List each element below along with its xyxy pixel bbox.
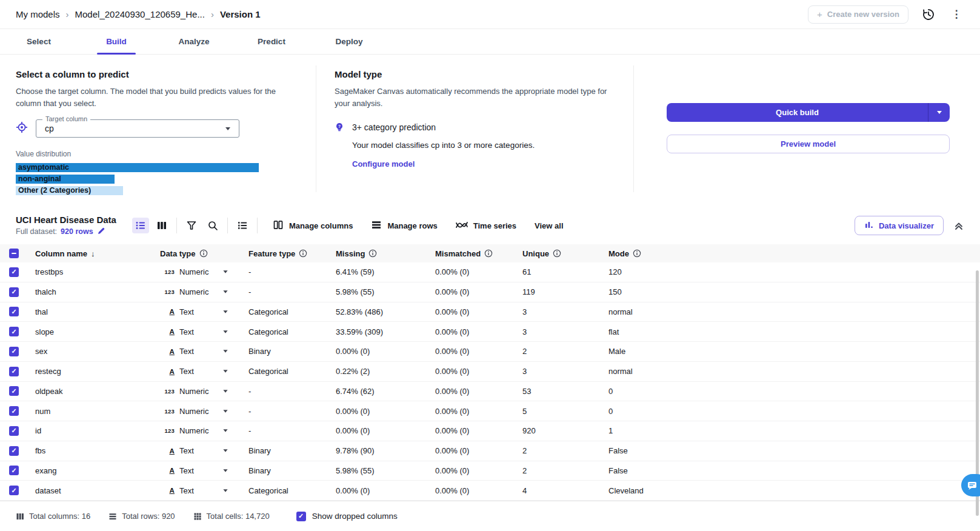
info-icon[interactable] bbox=[553, 249, 561, 258]
unique-cell: 2 bbox=[515, 466, 601, 475]
data-type-label: Numeric bbox=[179, 287, 208, 296]
configure-model-link[interactable]: Configure model bbox=[352, 159, 415, 169]
data-type-cell[interactable]: A Text bbox=[153, 486, 241, 495]
edit-pencil-icon[interactable] bbox=[97, 227, 105, 237]
table-row[interactable]: ✓ dataset A Text Categorical 0.00% (0) 0… bbox=[0, 481, 980, 501]
tab-analyze[interactable]: Analyze bbox=[155, 29, 233, 54]
data-type-cell[interactable]: A Text bbox=[153, 446, 241, 455]
table-row[interactable]: ✓ id 123 Numeric - 0.00% (0) 0.00% (0) 9… bbox=[0, 421, 980, 441]
mismatched-cell: 0.00% (0) bbox=[428, 347, 515, 356]
chevron-down-icon[interactable] bbox=[223, 489, 227, 492]
row-checkbox[interactable]: ✓ bbox=[9, 446, 19, 456]
row-checkbox[interactable]: ✓ bbox=[9, 466, 19, 475]
row-checkbox[interactable]: ✓ bbox=[9, 347, 19, 356]
chevron-down-icon[interactable] bbox=[223, 410, 227, 413]
row-checkbox[interactable]: ✓ bbox=[9, 486, 19, 495]
view-all-button[interactable]: View all bbox=[535, 221, 563, 230]
info-icon[interactable] bbox=[368, 249, 377, 258]
grid-view-icon[interactable] bbox=[153, 218, 170, 233]
mismatched-cell: 0.00% (0) bbox=[428, 387, 515, 396]
data-type-cell[interactable]: A Text bbox=[153, 466, 241, 475]
mode-cell: 0 bbox=[601, 387, 980, 396]
chat-bubble-button[interactable] bbox=[961, 474, 980, 496]
show-dropped-checkbox[interactable]: ✓ bbox=[296, 512, 306, 521]
data-type-cell[interactable]: 123 Numeric bbox=[153, 287, 241, 296]
chevron-down-icon[interactable] bbox=[223, 290, 227, 293]
table-row[interactable]: ✓ slope A Text Categorical 33.59% (309) … bbox=[0, 322, 980, 342]
chevron-down-icon[interactable] bbox=[223, 390, 227, 393]
data-type-cell[interactable]: A Text bbox=[153, 367, 241, 376]
header-mismatched-label: Mismatched bbox=[435, 249, 481, 258]
preview-model-button[interactable]: Preview model bbox=[667, 135, 950, 153]
table-row[interactable]: ✓ restecg A Text Categorical 0.22% (2) 0… bbox=[0, 362, 980, 382]
data-type-cell[interactable]: 123 Numeric bbox=[153, 407, 241, 416]
row-checkbox[interactable]: ✓ bbox=[9, 307, 19, 316]
search-icon[interactable] bbox=[204, 218, 221, 233]
list-view-icon[interactable] bbox=[132, 218, 149, 233]
info-icon[interactable] bbox=[199, 249, 208, 258]
row-checkbox[interactable]: ✓ bbox=[9, 406, 19, 416]
breadcrumb-my-models[interactable]: My models bbox=[16, 9, 60, 19]
data-type-cell[interactable]: 123 Numeric bbox=[153, 426, 241, 435]
chevron-down-icon[interactable] bbox=[223, 271, 227, 274]
table-row[interactable]: ✓ trestbps 123 Numeric - 6.41% (59) 0.00… bbox=[0, 262, 980, 282]
manage-columns-button[interactable]: Manage columns bbox=[273, 219, 353, 232]
table-row[interactable]: ✓ exang A Text Binary 5.98% (55) 0.00% (… bbox=[0, 461, 980, 481]
chevron-down-icon[interactable] bbox=[223, 350, 227, 353]
chevron-down-icon[interactable] bbox=[223, 330, 227, 333]
collapse-panel-icon[interactable] bbox=[953, 220, 964, 231]
chevron-down-icon[interactable] bbox=[223, 469, 227, 472]
show-dropped-columns-toggle[interactable]: ✓ Show dropped columns bbox=[296, 512, 398, 521]
chevron-down-icon[interactable] bbox=[223, 449, 227, 452]
rows-count-link[interactable]: 920 rows bbox=[61, 227, 93, 236]
header-column-name[interactable]: Column name ↓ bbox=[28, 249, 153, 258]
breadcrumb-model-name[interactable]: Model_20240930_120659_He... bbox=[75, 9, 205, 19]
quick-build-button[interactable]: Quick build bbox=[667, 103, 928, 122]
info-icon[interactable] bbox=[299, 249, 307, 258]
table-row[interactable]: ✓ oldpeak 123 Numeric - 6.74% (62) 0.00%… bbox=[0, 382, 980, 402]
row-checkbox[interactable]: ✓ bbox=[9, 327, 19, 336]
table-row[interactable]: ✓ sex A Text Binary 0.00% (0) 0.00% (0) … bbox=[0, 342, 980, 362]
ordered-list-icon[interactable] bbox=[234, 218, 251, 233]
select-all-checkbox[interactable] bbox=[9, 249, 19, 258]
row-checkbox[interactable]: ✓ bbox=[9, 426, 19, 436]
filter-icon[interactable] bbox=[183, 218, 200, 233]
row-checkbox[interactable]: ✓ bbox=[9, 386, 19, 396]
data-type-cell[interactable]: A Text bbox=[153, 347, 241, 356]
table-row[interactable]: ✓ thal A Text Categorical 52.83% (486) 0… bbox=[0, 302, 980, 322]
tab-deploy[interactable]: Deploy bbox=[310, 29, 388, 54]
mode-cell: flat bbox=[601, 327, 980, 336]
row-checkbox[interactable]: ✓ bbox=[9, 267, 19, 277]
kebab-menu-icon[interactable]: ⋮ bbox=[948, 7, 964, 22]
table-row[interactable]: ✓ num 123 Numeric - 0.00% (0) 0.00% (0) … bbox=[0, 401, 980, 421]
data-type-cell[interactable]: 123 Numeric bbox=[153, 267, 241, 276]
quick-build-dropdown-button[interactable] bbox=[928, 103, 950, 122]
data-type-cell[interactable]: A Text bbox=[153, 307, 241, 316]
create-new-version-button[interactable]: + Create new version bbox=[808, 5, 908, 24]
row-checkbox[interactable]: ✓ bbox=[9, 287, 19, 297]
distribution-bar: asymptomatic bbox=[16, 163, 259, 172]
data-type-cell[interactable]: 123 Numeric bbox=[153, 387, 241, 396]
data-visualizer-button[interactable]: Data visualizer bbox=[855, 216, 944, 235]
data-visualizer-label: Data visualizer bbox=[879, 221, 934, 230]
table-row[interactable]: ✓ thalch 123 Numeric - 5.98% (55) 0.00% … bbox=[0, 282, 980, 302]
chevron-down-icon[interactable] bbox=[223, 370, 227, 373]
tab-predict[interactable]: Predict bbox=[233, 29, 310, 54]
model-type-recommendation: 3+ category prediction bbox=[352, 122, 535, 132]
info-icon[interactable] bbox=[484, 249, 493, 258]
data-type-cell[interactable]: A Text bbox=[153, 327, 241, 336]
data-type-icon: A bbox=[160, 447, 175, 455]
info-icon[interactable] bbox=[633, 249, 641, 258]
version-history-icon[interactable] bbox=[921, 7, 936, 22]
table-row[interactable]: ✓ fbs A Text Binary 9.78% (90) 0.00% (0)… bbox=[0, 441, 980, 461]
tab-build[interactable]: Build bbox=[78, 29, 155, 54]
chevron-down-icon[interactable] bbox=[223, 310, 227, 313]
target-column-select[interactable]: Target column cp bbox=[36, 119, 239, 138]
time-series-button[interactable]: Time series bbox=[456, 220, 516, 232]
row-checkbox[interactable]: ✓ bbox=[9, 367, 19, 376]
chevron-down-icon[interactable] bbox=[223, 430, 227, 433]
header-feature-type: Feature type bbox=[241, 249, 328, 258]
manage-rows-button[interactable]: Manage rows bbox=[371, 219, 437, 232]
tab-select[interactable]: Select bbox=[0, 29, 78, 54]
unique-cell: 53 bbox=[515, 387, 601, 396]
